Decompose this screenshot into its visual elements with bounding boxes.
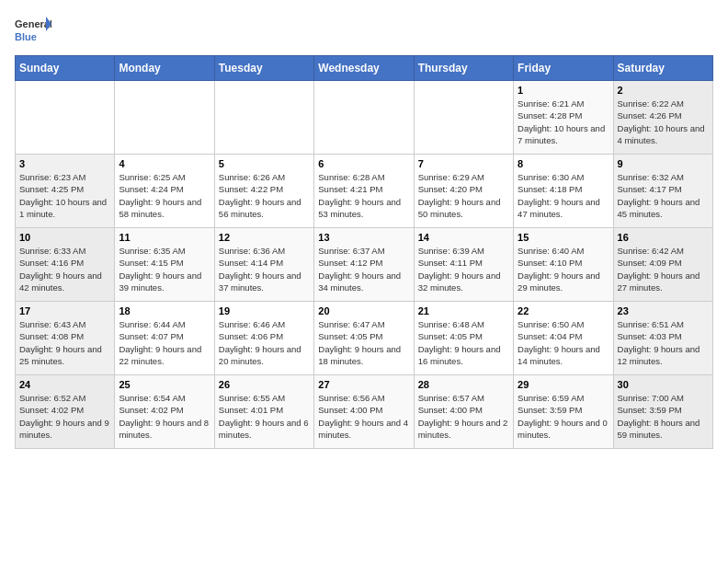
calendar-week-row: 10Sunrise: 6:33 AM Sunset: 4:16 PM Dayli… [16, 228, 713, 302]
calendar-cell: 27Sunrise: 6:56 AM Sunset: 4:00 PM Dayli… [314, 375, 414, 449]
day-number: 26 [219, 379, 310, 390]
page-header: General Blue [15, 15, 713, 48]
calendar-cell: 26Sunrise: 6:55 AM Sunset: 4:01 PM Dayli… [214, 375, 313, 449]
day-number: 11 [119, 232, 210, 243]
day-number: 15 [518, 232, 609, 243]
day-info: Sunrise: 6:23 AM Sunset: 4:25 PM Dayligh… [19, 171, 110, 220]
day-info: Sunrise: 6:29 AM Sunset: 4:20 PM Dayligh… [418, 171, 509, 220]
calendar-cell: 20Sunrise: 6:47 AM Sunset: 4:05 PM Dayli… [314, 302, 414, 375]
day-info: Sunrise: 6:26 AM Sunset: 4:22 PM Dayligh… [219, 171, 310, 220]
day-info: Sunrise: 6:52 AM Sunset: 4:02 PM Dayligh… [19, 392, 110, 441]
calendar-cell: 6Sunrise: 6:28 AM Sunset: 4:21 PM Daylig… [314, 155, 414, 228]
day-number: 27 [318, 379, 409, 390]
day-info: Sunrise: 6:21 AM Sunset: 4:28 PM Dayligh… [518, 98, 609, 146]
calendar-cell: 28Sunrise: 6:57 AM Sunset: 4:00 PM Dayli… [414, 375, 513, 449]
calendar-cell: 29Sunrise: 6:59 AM Sunset: 3:59 PM Dayli… [514, 375, 613, 449]
calendar-cell: 14Sunrise: 6:39 AM Sunset: 4:11 PM Dayli… [414, 228, 513, 302]
day-number: 5 [219, 158, 310, 169]
calendar-week-row: 17Sunrise: 6:43 AM Sunset: 4:08 PM Dayli… [16, 302, 713, 375]
day-header-friday: Friday [514, 56, 613, 81]
calendar-cell: 8Sunrise: 6:30 AM Sunset: 4:18 PM Daylig… [514, 155, 613, 228]
day-number: 20 [318, 305, 409, 316]
day-header-wednesday: Wednesday [314, 56, 414, 81]
day-info: Sunrise: 6:56 AM Sunset: 4:00 PM Dayligh… [318, 392, 409, 441]
day-header-saturday: Saturday [613, 56, 712, 81]
day-number: 29 [518, 379, 609, 390]
day-number: 6 [318, 158, 409, 169]
calendar-cell: 19Sunrise: 6:46 AM Sunset: 4:06 PM Dayli… [214, 302, 313, 375]
logo-svg: General Blue [15, 15, 51, 48]
day-number: 19 [219, 305, 310, 316]
day-info: Sunrise: 6:30 AM Sunset: 4:18 PM Dayligh… [518, 171, 609, 220]
day-number: 3 [19, 158, 110, 169]
day-header-tuesday: Tuesday [214, 56, 313, 81]
calendar-cell: 16Sunrise: 6:42 AM Sunset: 4:09 PM Dayli… [613, 228, 712, 302]
calendar-cell [214, 81, 313, 155]
day-number: 24 [19, 379, 110, 390]
day-info: Sunrise: 6:46 AM Sunset: 4:06 PM Dayligh… [219, 318, 310, 367]
calendar-week-row: 24Sunrise: 6:52 AM Sunset: 4:02 PM Dayli… [16, 375, 713, 449]
day-number: 25 [119, 379, 210, 390]
day-number: 4 [119, 158, 210, 169]
calendar-week-row: 3Sunrise: 6:23 AM Sunset: 4:25 PM Daylig… [16, 155, 713, 228]
calendar-cell: 22Sunrise: 6:50 AM Sunset: 4:04 PM Dayli… [514, 302, 613, 375]
day-info: Sunrise: 6:54 AM Sunset: 4:02 PM Dayligh… [119, 392, 210, 441]
day-number: 10 [19, 232, 110, 243]
day-number: 13 [318, 232, 409, 243]
day-info: Sunrise: 6:47 AM Sunset: 4:05 PM Dayligh… [318, 318, 409, 367]
day-number: 23 [618, 305, 709, 316]
calendar-cell: 23Sunrise: 6:51 AM Sunset: 4:03 PM Dayli… [613, 302, 712, 375]
day-info: Sunrise: 6:35 AM Sunset: 4:15 PM Dayligh… [119, 245, 210, 293]
day-number: 1 [518, 85, 609, 96]
day-number: 14 [418, 232, 509, 243]
calendar-cell: 3Sunrise: 6:23 AM Sunset: 4:25 PM Daylig… [16, 155, 115, 228]
logo: General Blue [15, 15, 51, 48]
calendar-cell: 10Sunrise: 6:33 AM Sunset: 4:16 PM Dayli… [16, 228, 115, 302]
calendar-cell: 15Sunrise: 6:40 AM Sunset: 4:10 PM Dayli… [514, 228, 613, 302]
day-info: Sunrise: 6:40 AM Sunset: 4:10 PM Dayligh… [518, 245, 609, 293]
calendar-cell: 11Sunrise: 6:35 AM Sunset: 4:15 PM Dayli… [115, 228, 214, 302]
day-info: Sunrise: 6:57 AM Sunset: 4:00 PM Dayligh… [418, 392, 509, 441]
day-number: 8 [518, 158, 609, 169]
day-info: Sunrise: 6:39 AM Sunset: 4:11 PM Dayligh… [418, 245, 509, 293]
calendar-cell: 24Sunrise: 6:52 AM Sunset: 4:02 PM Dayli… [16, 375, 115, 449]
calendar-cell [115, 81, 214, 155]
day-info: Sunrise: 6:55 AM Sunset: 4:01 PM Dayligh… [219, 392, 310, 441]
calendar-week-row: 1Sunrise: 6:21 AM Sunset: 4:28 PM Daylig… [16, 81, 713, 155]
calendar-body: 1Sunrise: 6:21 AM Sunset: 4:28 PM Daylig… [16, 81, 713, 449]
day-number: 21 [418, 305, 509, 316]
day-number: 7 [418, 158, 509, 169]
day-info: Sunrise: 6:59 AM Sunset: 3:59 PM Dayligh… [518, 392, 609, 441]
day-number: 12 [219, 232, 310, 243]
day-info: Sunrise: 6:44 AM Sunset: 4:07 PM Dayligh… [119, 318, 210, 367]
calendar-cell: 30Sunrise: 7:00 AM Sunset: 3:59 PM Dayli… [613, 375, 712, 449]
calendar-cell: 1Sunrise: 6:21 AM Sunset: 4:28 PM Daylig… [514, 81, 613, 155]
day-info: Sunrise: 6:37 AM Sunset: 4:12 PM Dayligh… [318, 245, 409, 293]
day-number: 30 [618, 379, 709, 390]
day-header-thursday: Thursday [414, 56, 513, 81]
calendar-cell [16, 81, 115, 155]
calendar-cell: 25Sunrise: 6:54 AM Sunset: 4:02 PM Dayli… [115, 375, 214, 449]
day-header-monday: Monday [115, 56, 214, 81]
day-number: 22 [518, 305, 609, 316]
day-info: Sunrise: 6:51 AM Sunset: 4:03 PM Dayligh… [618, 318, 709, 367]
day-info: Sunrise: 6:28 AM Sunset: 4:21 PM Dayligh… [318, 171, 409, 220]
calendar-cell: 17Sunrise: 6:43 AM Sunset: 4:08 PM Dayli… [16, 302, 115, 375]
calendar-table: SundayMondayTuesdayWednesdayThursdayFrid… [15, 55, 713, 449]
day-number: 9 [618, 158, 709, 169]
svg-text:Blue: Blue [15, 31, 37, 42]
day-number: 28 [418, 379, 509, 390]
calendar-cell: 18Sunrise: 6:44 AM Sunset: 4:07 PM Dayli… [115, 302, 214, 375]
calendar-cell: 21Sunrise: 6:48 AM Sunset: 4:05 PM Dayli… [414, 302, 513, 375]
day-number: 16 [618, 232, 709, 243]
day-info: Sunrise: 7:00 AM Sunset: 3:59 PM Dayligh… [618, 392, 709, 441]
calendar-cell [314, 81, 414, 155]
day-info: Sunrise: 6:48 AM Sunset: 4:05 PM Dayligh… [418, 318, 509, 367]
day-info: Sunrise: 6:33 AM Sunset: 4:16 PM Dayligh… [19, 245, 110, 293]
calendar-cell: 13Sunrise: 6:37 AM Sunset: 4:12 PM Dayli… [314, 228, 414, 302]
day-header-sunday: Sunday [16, 56, 115, 81]
day-number: 18 [119, 305, 210, 316]
day-info: Sunrise: 6:32 AM Sunset: 4:17 PM Dayligh… [618, 171, 709, 220]
day-number: 17 [19, 305, 110, 316]
day-number: 2 [618, 85, 709, 96]
